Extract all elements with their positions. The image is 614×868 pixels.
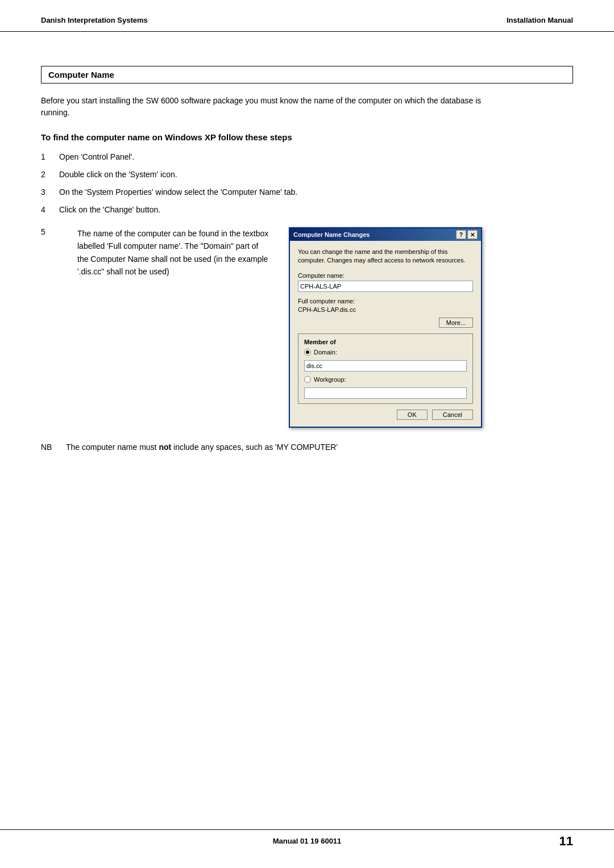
computer-name-label: Computer name: — [298, 272, 473, 279]
step-text: Open 'Control Panel'. — [59, 151, 573, 163]
step-text: On the 'System Properties' window select… — [59, 186, 573, 198]
dialog-body: You can change the name and the membersh… — [290, 241, 481, 427]
section-heading-box: Computer Name — [41, 66, 573, 84]
step-number: 4 — [41, 204, 59, 216]
page-header: Danish Interpretation Systems Installati… — [0, 0, 614, 32]
full-computer-name-group: Full computer name: CPH-ALS-LAP.dis.cc — [298, 298, 473, 313]
domain-input[interactable] — [304, 360, 467, 372]
more-button-row: More... — [298, 318, 473, 328]
list-item: 2 Double click on the 'System' icon. — [41, 169, 573, 181]
step5-text: The name of the computer can be found in… — [77, 227, 271, 278]
list-item: 1 Open 'Control Panel'. — [41, 151, 573, 163]
nb-label: NB — [41, 441, 61, 453]
cancel-button[interactable]: Cancel — [432, 410, 473, 420]
nb-text: The computer name must not include any s… — [66, 441, 338, 453]
dialog-help-button[interactable]: ? — [456, 230, 466, 239]
workgroup-radio[interactable] — [304, 376, 311, 383]
steps-list: 1 Open 'Control Panel'. 2 Double click o… — [41, 151, 573, 216]
page-footer: Manual 01 19 60011 11 — [0, 829, 614, 845]
step-number: 1 — [41, 151, 59, 163]
header-right: Installation Manual — [507, 16, 573, 24]
step5-row: 5 The name of the computer can be found … — [41, 227, 573, 428]
dialog-close-button[interactable]: ✕ — [467, 230, 478, 239]
ok-button[interactable]: OK — [397, 410, 428, 420]
workgroup-radio-row: Workgroup: — [304, 376, 467, 383]
dialog-title: Computer Name Changes — [293, 231, 370, 238]
more-button[interactable]: More... — [439, 318, 473, 328]
dialog-titlebar: Computer Name Changes ? ✕ — [290, 228, 481, 241]
member-of-label: Member of — [304, 339, 467, 345]
footer-page-number: 11 — [559, 834, 573, 849]
full-computer-name-value: CPH-ALS-LAP.dis.cc — [298, 306, 473, 313]
step-text: Click on the 'Change' button. — [59, 204, 573, 216]
header-left: Danish Interpretation Systems — [41, 16, 148, 24]
sub-heading: To find the computer name on Windows XP … — [41, 132, 573, 142]
section-title: Computer Name — [48, 70, 566, 80]
full-computer-name-label: Full computer name: — [298, 298, 473, 304]
page: Danish Interpretation Systems Installati… — [0, 0, 614, 868]
dialog-computer-name-changes: Computer Name Changes ? ✕ You can change… — [289, 227, 482, 428]
step-text: Double click on the 'System' icon. — [59, 169, 573, 181]
list-item: 4 Click on the 'Change' button. — [41, 204, 573, 216]
dialog-footer-buttons: OK Cancel — [298, 410, 473, 420]
workgroup-label: Workgroup: — [314, 376, 346, 383]
domain-label: Domain: — [314, 349, 337, 356]
list-item: 3 On the 'System Properties' window sele… — [41, 186, 573, 198]
dialog-description: You can change the name and the membersh… — [298, 248, 473, 265]
step-number: 2 — [41, 169, 59, 181]
workgroup-input[interactable] — [304, 387, 467, 399]
computer-name-field-group: Computer name: — [298, 272, 473, 298]
member-of-section: Member of Domain: Workgroup: — [298, 333, 473, 404]
computer-name-input[interactable] — [298, 281, 473, 292]
step-number: 3 — [41, 186, 59, 198]
footer-manual: Manual 01 19 60011 — [273, 837, 342, 845]
domain-radio-row: Domain: — [304, 349, 467, 356]
intro-text: Before you start installing the SW 6000 … — [41, 95, 507, 119]
dialog-controls: ? ✕ — [456, 230, 478, 239]
nb-note: NB The computer name must not include an… — [41, 441, 573, 453]
domain-radio[interactable] — [304, 349, 311, 356]
step5-number: 5 — [41, 227, 59, 236]
page-content: Computer Name Before you start installin… — [0, 32, 614, 499]
